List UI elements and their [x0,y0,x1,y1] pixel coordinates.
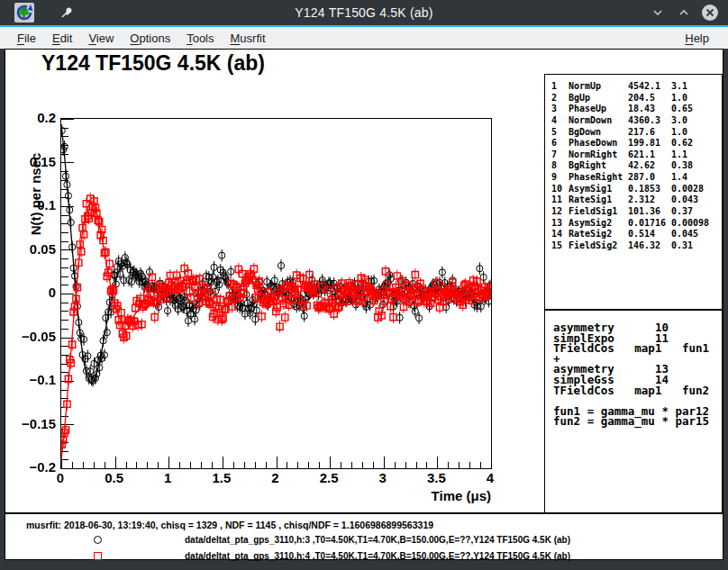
legend-marker-square-icon [94,552,102,560]
x-tick-label: 2 [256,470,296,485]
legend-row: data/deltat_pta_gps_3110,h:3 ,T0=4.50K,T… [5,534,723,547]
root-canvas: Y124 TF150G 4.5K (ab) N(t) per nsec 0.20… [5,49,723,513]
param-row: 4NormDown4360.33.0 [545,115,722,127]
info-pad: musrfit: 2018-06-30, 13:19:40, chisq = 1… [5,513,723,560]
x-tick-label: 1.5 [202,470,241,485]
y-tick-label: −0.05 [13,329,56,344]
menu-items: FileEditViewOptionsToolsMusrfit [9,30,274,47]
window-body: Y124 TF150G 4.5K (ab) N(t) per nsec 0.20… [0,49,728,570]
y-tick-label: 0.15 [13,154,56,169]
x-tick-label: 0 [41,470,80,485]
legend-text: data/deltat_pta_gps_3110,h:3 ,T0=4.50K,T… [185,535,570,545]
parameter-table: 1NormUp4542.13.12BgUp204.51.03PhaseUp18.… [544,74,723,310]
param-row: 14RateSig20.5140.045 [545,229,722,240]
param-row: 10AsymSig10.18530.0028 [545,184,722,195]
x-tick-label: 2.5 [309,470,349,485]
param-row: 2BgUp204.51.0 [545,93,722,104]
legend-row: data/deltat_pta_gps_3110,h:4 ,T0=4.50K,T… [5,550,723,563]
x-tick-label: 3 [363,470,403,485]
app-window: Y124 TF150G 4.5K (ab) [0,0,728,570]
close-icon [701,4,719,22]
plot-title: Y124 TF150G 4.5K (ab) [41,51,265,76]
param-row: 12FieldSig1101.360.37 [545,206,722,218]
y-tick-label: 0.1 [13,197,56,213]
param-row: 6PhaseDown199.810.62 [545,138,722,149]
param-row: 8BgRight42.620.38 [545,160,722,172]
param-row: 5BgDown217.61.0 [545,127,722,139]
menu-item-musrfit[interactable]: Musrfit [223,30,274,47]
param-row: 7NormRight621.11.1 [545,149,722,161]
y-tick-label: −0.15 [13,416,56,431]
x-tick-label: 4 [470,470,510,485]
close-button[interactable] [701,4,719,22]
param-row: 3PhaseUp18.430.65 [545,104,722,115]
legend-text: data/deltat_pta_gps_3110,h:4 ,T0=4.50K,T… [185,551,570,561]
menubar: FileEditViewOptionsToolsMusrfit Help [0,27,728,49]
param-row: 1NormUp4542.13.1 [545,81,722,93]
y-tick-label: 0 [13,285,56,300]
menu-item-tools[interactable]: Tools [178,30,222,47]
theory-box: asymmetry 10 simplExpo 11 TFieldCos map1… [544,310,723,513]
legend-marker-circle-icon [94,536,102,544]
y-tick-label: −0.1 [13,372,56,387]
y-tick-label: 0.2 [13,110,56,125]
fit-info-line: musrfit: 2018-06-30, 13:19:40, chisq = 1… [26,520,433,530]
window-title: Y124 TF150G 4.5K (ab) [0,5,728,20]
theory-text: asymmetry 10 simplExpo 11 TFieldCos map1… [553,322,722,427]
param-row: 15FieldSig2146.320.31 [545,240,722,252]
chevron-up-icon [678,6,690,19]
maximize-button[interactable] [675,4,693,22]
x-tick-label: 3.5 [416,470,456,485]
chevron-down-icon [651,6,664,19]
x-tick-label: 0.5 [95,470,134,485]
menu-item-edit[interactable]: Edit [44,30,80,47]
menu-item-help[interactable]: Help [677,30,717,47]
titlebar: Y124 TF150G 4.5K (ab) [0,0,728,25]
menu-item-file[interactable]: File [9,30,44,47]
y-tick-label: 0.05 [13,241,56,257]
menu-item-view[interactable]: View [80,30,122,47]
param-row: 11RateSig12.3120.043 [545,195,722,206]
param-row: 13AsymSig20.017160.00098 [545,218,722,230]
menu-item-options[interactable]: Options [122,30,178,47]
x-axis-label: Time (μs) [364,488,491,503]
minimize-button[interactable] [649,4,667,22]
plot-area[interactable] [60,118,492,469]
param-row: 9PhaseRight287.01.4 [545,172,722,184]
x-tick-label: 1 [148,470,187,485]
